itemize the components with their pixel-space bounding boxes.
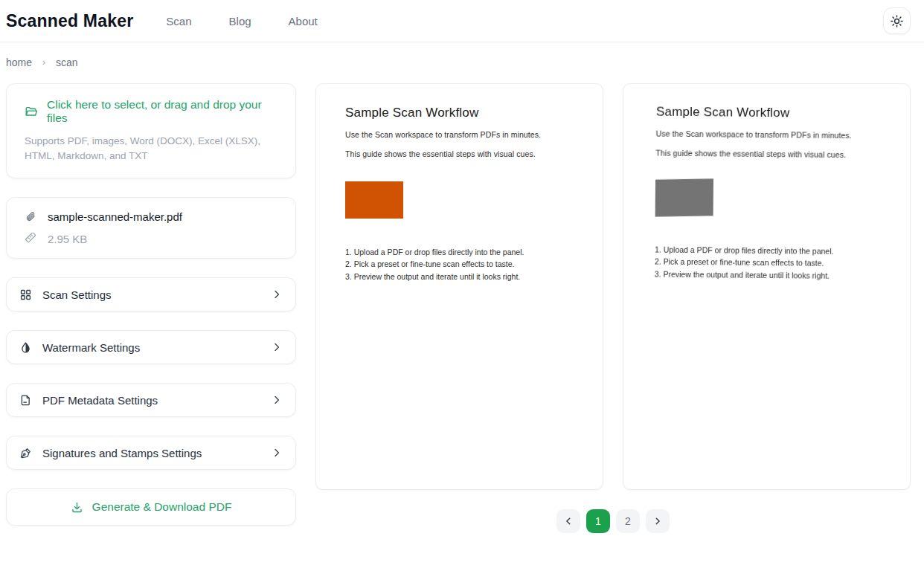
theme-toggle-button[interactable] <box>883 7 911 34</box>
page-step: 2. Pick a preset or fine-tune scan effec… <box>345 258 603 270</box>
page-step: 3. Preview the output and iterate until … <box>345 271 603 282</box>
page-paragraph: Use the Scan workspace to transform PDFs… <box>345 130 603 139</box>
generate-button-label: Generate & Download PDF <box>92 500 232 514</box>
pen-icon <box>19 447 32 459</box>
preview-page-scanned[interactable]: Sample Scan Workflow Use the Scan worksp… <box>623 83 911 490</box>
pagination: 1 2 <box>315 509 911 533</box>
chevron-left-icon <box>563 516 574 526</box>
page-title: Sample Scan Workflow <box>345 106 603 120</box>
droplet-icon <box>19 341 32 354</box>
app-header: Scanned Maker Scan Blog About <box>0 0 924 42</box>
download-icon <box>71 501 83 514</box>
page-paragraph: This guide shows the essential steps wit… <box>345 149 603 158</box>
page-step: 1. Upload a PDF or drop files directly i… <box>345 246 603 258</box>
page-paragraph: This guide shows the essential steps wit… <box>655 149 910 160</box>
section-label: PDF Metadata Settings <box>42 394 260 407</box>
section-watermark-settings[interactable]: Watermark Settings <box>6 330 296 364</box>
section-pdf-metadata-settings[interactable]: PDF Metadata Settings <box>6 383 296 417</box>
section-signatures-stamps-settings[interactable]: Signatures and Stamps Settings <box>6 436 296 470</box>
file-size: 2.95 KB <box>48 233 87 245</box>
section-scan-settings[interactable]: Scan Settings <box>6 277 296 311</box>
brand-logo[interactable]: Scanned Maker <box>6 11 133 31</box>
main-content: Click here to select, or drag and drop y… <box>0 82 924 533</box>
breadcrumb: home › scan <box>0 42 924 82</box>
section-label: Scan Settings <box>42 288 260 301</box>
preview-page-original[interactable]: Sample Scan Workflow Use the Scan worksp… <box>315 83 603 490</box>
breadcrumb-separator-icon: › <box>42 57 45 68</box>
pagination-prev-button[interactable] <box>556 509 580 533</box>
page-title: Sample Scan Workflow <box>656 105 911 122</box>
pagination-page-2[interactable]: 2 <box>616 509 640 533</box>
page-paragraph: Use the Scan workspace to transform PDFs… <box>656 129 911 141</box>
ruler-icon <box>25 233 37 245</box>
page-step-list: 1. Upload a PDF or drop files directly i… <box>655 244 909 282</box>
file-dropzone[interactable]: Click here to select, or drag and drop y… <box>6 83 296 178</box>
grid-icon <box>19 288 32 301</box>
section-label: Watermark Settings <box>42 341 260 354</box>
nav-item-scan[interactable]: Scan <box>166 15 191 28</box>
controls-sidebar: Click here to select, or drag and drop y… <box>6 83 296 526</box>
section-label: Signatures and Stamps Settings <box>42 447 260 459</box>
sun-icon <box>890 14 904 28</box>
dropzone-cta-label: Click here to select, or drag and drop y… <box>47 98 277 125</box>
breadcrumb-scan[interactable]: scan <box>56 56 78 68</box>
chevron-right-icon <box>271 341 283 353</box>
main-nav: Scan Blog About <box>166 15 317 28</box>
generate-download-button[interactable]: Generate & Download PDF <box>6 488 296 526</box>
paperclip-icon <box>25 210 37 223</box>
nav-item-about[interactable]: About <box>289 15 318 28</box>
uploaded-file-card: sample-scanned-maker.pdf 2.95 KB <box>6 197 296 259</box>
chevron-right-icon <box>271 447 283 459</box>
page-step-list: 1. Upload a PDF or drop files directly i… <box>345 246 603 282</box>
dropzone-hint: Supports PDF, images, Word (DOCX), Excel… <box>25 134 277 163</box>
nav-item-blog[interactable]: Blog <box>229 15 251 28</box>
pagination-next-button[interactable] <box>646 509 670 533</box>
breadcrumb-home[interactable]: home <box>6 56 32 68</box>
chevron-right-icon <box>271 394 283 406</box>
pagination-page-1[interactable]: 1 <box>586 509 610 533</box>
page-step: 3. Preview the output and iterate until … <box>655 268 909 282</box>
folder-open-icon <box>25 105 38 118</box>
page-image-placeholder <box>655 178 713 216</box>
preview-area: Sample Scan Workflow Use the Scan worksp… <box>315 83 911 533</box>
document-icon <box>19 394 32 407</box>
file-name: sample-scanned-maker.pdf <box>48 210 182 223</box>
chevron-right-icon <box>271 288 283 300</box>
page-image-placeholder <box>345 181 403 219</box>
chevron-right-icon <box>652 516 663 526</box>
